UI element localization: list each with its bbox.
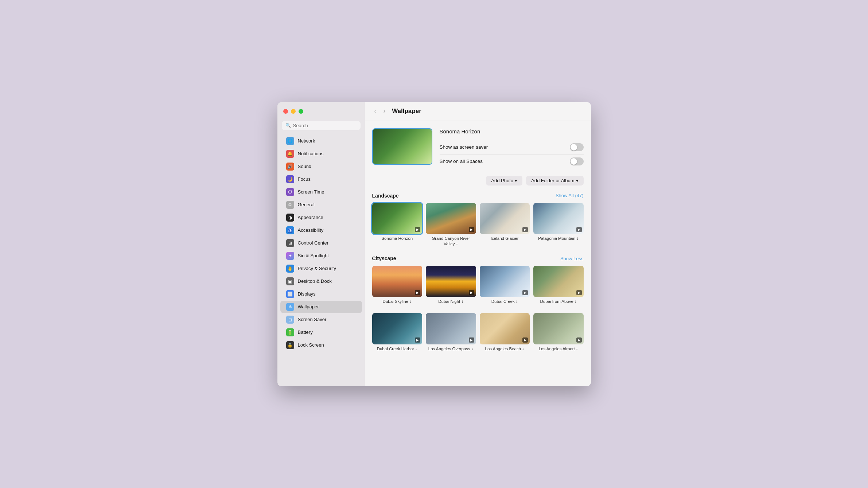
back-button[interactable]: ‹ xyxy=(372,106,378,116)
sidebar-item-notifications[interactable]: 🔔 Notifications xyxy=(280,148,362,160)
main-body: Sonoma Horizon Show as screen saver Show… xyxy=(365,121,591,386)
system-preferences-window: 🔍 🌐 Network 🔔 Notifications 🔊 Sound 🌙 Fo… xyxy=(277,102,591,386)
cityscape-item-la-airport[interactable]: ▶ Los Angeles Airport ↓ xyxy=(533,313,584,352)
cityscape-section-header: Cityscape Show Less xyxy=(372,255,584,261)
close-button[interactable] xyxy=(283,109,288,114)
sidebar-item-appearance[interactable]: ◑ Appearance xyxy=(280,211,362,224)
show-spaces-toggle[interactable] xyxy=(570,157,584,165)
landscape-item-iceland[interactable]: ▶ Iceland Glacier xyxy=(480,203,530,247)
sidebar-icon-screensaver: ◻ xyxy=(286,316,294,324)
video-badge: ▶ xyxy=(522,227,528,232)
landscape-show-all-button[interactable]: Show All (47) xyxy=(556,193,584,198)
sidebar-label-general: General xyxy=(298,202,315,207)
sidebar-item-wallpaper[interactable]: ❄ Wallpaper xyxy=(280,301,362,313)
thumb-dubai-creek-harbor: ▶ xyxy=(372,313,423,344)
cityscape-show-less-button[interactable]: Show Less xyxy=(560,256,584,261)
sidebar-label-wallpaper: Wallpaper xyxy=(298,304,319,309)
thumb-label-dubai-creek: Dubai Creek ↓ xyxy=(480,299,530,304)
thumb-iceland: ▶ xyxy=(480,203,530,234)
thumb-patagonia: ▶ xyxy=(533,203,584,234)
sidebar-item-battery[interactable]: 🔋 Battery xyxy=(280,326,362,339)
thumb-grandcanyon: ▶ xyxy=(426,203,476,234)
minimize-button[interactable] xyxy=(291,109,296,114)
thumb-dubai-skyline: ▶ xyxy=(372,266,423,297)
video-badge: ▶ xyxy=(576,337,582,343)
add-folder-button[interactable]: Add Folder or Album ▾ xyxy=(526,176,584,186)
sidebar-item-privacy[interactable]: 🤚 Privacy & Security xyxy=(280,262,362,275)
cityscape-item-dubai-skyline[interactable]: ▶ Dubai Skyline ↓ xyxy=(372,266,423,304)
wallpaper-preview[interactable] xyxy=(372,128,432,165)
landscape-section-header: Landscape Show All (47) xyxy=(372,193,584,199)
sidebar-item-screentime[interactable]: ⏱ Screen Time xyxy=(280,186,362,198)
add-folder-label: Add Folder or Album xyxy=(531,178,575,183)
video-badge: ▶ xyxy=(415,227,420,232)
forward-button[interactable]: › xyxy=(381,106,388,116)
thumb-dubai-creek: ▶ xyxy=(480,266,530,297)
sidebar-icon-screentime: ⏱ xyxy=(286,188,294,196)
search-input[interactable] xyxy=(293,123,357,128)
sidebar-icon-sound: 🔊 xyxy=(286,163,294,171)
cityscape-item-dubai-creek[interactable]: ▶ Dubai Creek ↓ xyxy=(480,266,530,304)
add-photo-button[interactable]: Add Photo ▾ xyxy=(486,176,522,186)
sidebar-item-network[interactable]: 🌐 Network xyxy=(280,135,362,147)
cityscape-item-dubai-creek-harbor[interactable]: ▶ Dubai Creek Harbor ↓ xyxy=(372,313,423,352)
video-badge: ▶ xyxy=(576,227,582,232)
video-badge: ▶ xyxy=(415,290,420,295)
toggle-knob-spaces xyxy=(571,158,577,165)
sidebar-label-focus: Focus xyxy=(298,176,311,182)
sidebar-item-sound[interactable]: 🔊 Sound xyxy=(280,160,362,173)
thumb-label-la-overpass: Los Angeles Overpass ↓ xyxy=(426,346,476,352)
sidebar-nav: 🌐 Network 🔔 Notifications 🔊 Sound 🌙 Focu… xyxy=(277,134,365,352)
thumb-label-sonoma: Sonoma Horizon xyxy=(372,236,423,241)
maximize-button[interactable] xyxy=(299,109,303,114)
sidebar-label-controlcenter: Control Center xyxy=(298,240,329,246)
sidebar-item-controlcenter[interactable]: ⊞ Control Center xyxy=(280,237,362,249)
toggle-knob xyxy=(571,144,577,151)
thumb-label-dubai-skyline: Dubai Skyline ↓ xyxy=(372,299,423,304)
sidebar-item-lockscreen[interactable]: 🔒 Lock Screen xyxy=(280,339,362,351)
sidebar-icon-general: ⚙ xyxy=(286,201,294,209)
video-badge: ▶ xyxy=(469,337,474,343)
sidebar-label-screentime: Screen Time xyxy=(298,189,324,195)
wallpaper-options: Sonoma Horizon Show as screen saver Show… xyxy=(440,128,584,168)
sidebar-icon-lockscreen: 🔒 xyxy=(286,341,294,349)
sidebar-item-screensaver[interactable]: ◻ Screen Saver xyxy=(280,313,362,326)
action-row: Add Photo ▾ Add Folder or Album ▾ xyxy=(372,176,584,186)
show-spaces-row: Show on all Spaces xyxy=(440,155,584,168)
landscape-item-sonoma[interactable]: ▶ Sonoma Horizon xyxy=(372,203,423,247)
sidebar-icon-appearance: ◑ xyxy=(286,214,294,222)
landscape-grid: ▶ Sonoma Horizon ▶ Grand Canyon River Va… xyxy=(372,203,584,247)
sidebar-icon-controlcenter: ⊞ xyxy=(286,239,294,247)
sidebar-icon-notifications: 🔔 xyxy=(286,150,294,158)
sidebar-icon-displays: ⬜ xyxy=(286,290,294,298)
cityscape-item-la-overpass[interactable]: ▶ Los Angeles Overpass ↓ xyxy=(426,313,476,352)
sidebar-label-network: Network xyxy=(298,138,315,144)
cityscape-item-dubai-night[interactable]: ▶ Dubai Night ↓ xyxy=(426,266,476,304)
cityscape-grid-2: ▶ Dubai Creek Harbor ↓ ▶ Los Angeles Ove… xyxy=(372,313,584,352)
page-title: Wallpaper xyxy=(392,108,421,115)
thumb-sonoma: ▶ xyxy=(372,203,423,234)
cityscape-item-dubai-above[interactable]: ▶ Dubai from Above ↓ xyxy=(533,266,584,304)
cityscape-item-la-beach[interactable]: ▶ Los Angeles Beach ↓ xyxy=(480,313,530,352)
thumb-label-la-beach: Los Angeles Beach ↓ xyxy=(480,346,530,352)
landscape-item-grandcanyon[interactable]: ▶ Grand Canyon River Valley ↓ xyxy=(426,203,476,247)
sidebar-icon-wallpaper: ❄ xyxy=(286,303,294,311)
show-screensaver-toggle[interactable] xyxy=(570,143,584,151)
sidebar-item-accessibility[interactable]: ♿ Accessibility xyxy=(280,224,362,237)
thumb-label-dubai-night: Dubai Night ↓ xyxy=(426,299,476,304)
sidebar-item-general[interactable]: ⚙ General xyxy=(280,199,362,211)
sidebar-item-siri[interactable]: ✦ Siri & Spotlight xyxy=(280,250,362,262)
landscape-item-patagonia[interactable]: ▶ Patagonia Mountain ↓ xyxy=(533,203,584,247)
sidebar-label-notifications: Notifications xyxy=(298,151,324,156)
sidebar-item-desktop[interactable]: ▣ Desktop & Dock xyxy=(280,275,362,288)
sidebar-label-battery: Battery xyxy=(298,329,313,335)
search-bar[interactable]: 🔍 xyxy=(282,121,361,130)
main-header: ‹ › Wallpaper xyxy=(365,102,591,121)
sidebar-item-displays[interactable]: ⬜ Displays xyxy=(280,288,362,300)
thumb-dubai-above: ▶ xyxy=(533,266,584,297)
sidebar-label-lockscreen: Lock Screen xyxy=(298,342,324,348)
sidebar-item-focus[interactable]: 🌙 Focus xyxy=(280,173,362,186)
add-photo-label: Add Photo xyxy=(491,178,513,183)
show-spaces-label: Show on all Spaces xyxy=(440,159,483,164)
sidebar-icon-desktop: ▣ xyxy=(286,277,294,285)
